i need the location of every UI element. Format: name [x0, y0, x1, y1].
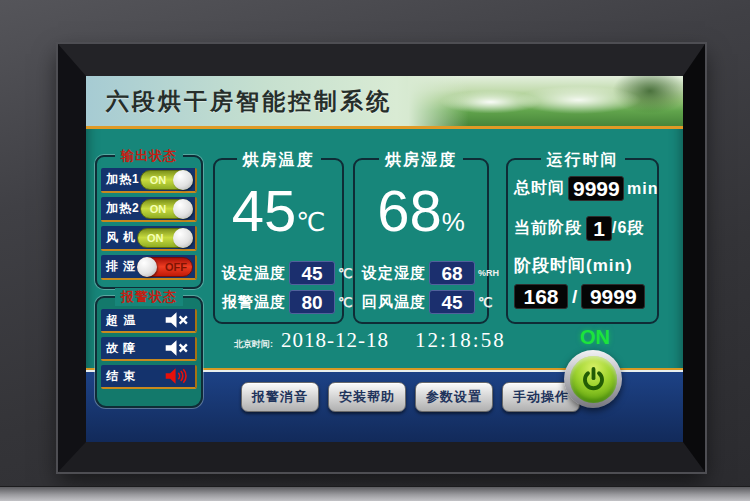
humidity-panel-title: 烘房湿度 [379, 150, 463, 171]
alarm-status-panel: 报警状态 超 温 故 障 [95, 296, 203, 408]
set-humidity-unit: %RH [478, 268, 499, 278]
toggle-off-icon[interactable]: OFF [137, 257, 193, 277]
alarm-status-title: 报警状态 [115, 288, 183, 306]
stage-time-values-row: 168 / 9999 [514, 284, 651, 309]
install-help-button[interactable]: 安装帮助 [328, 382, 406, 412]
alarm-temperature-row: 报警温度 80 ℃ [222, 290, 338, 314]
output-row-heater1: 加热1 ON [101, 168, 197, 193]
alarm-temperature-label: 报警温度 [222, 293, 286, 312]
output-row-heater2: 加热2 ON [101, 197, 197, 222]
toggle-knob [173, 170, 193, 190]
stage-time-label-row: 阶段时间(min) [514, 254, 651, 277]
stage-elapsed-value: 168 [514, 284, 568, 309]
alarm-temperature-value[interactable]: 80 [289, 290, 335, 314]
heater1-label: 加热1 [106, 171, 140, 188]
finished-label: 结 束 [106, 368, 136, 385]
power-icon [570, 356, 617, 403]
toggle-knob [173, 199, 193, 219]
fault-label: 故 障 [106, 340, 136, 357]
page-title: 六段烘干房智能控制系统 [106, 86, 392, 117]
toggle-on-icon[interactable]: ON [140, 199, 193, 219]
speaker-muted-icon [164, 339, 189, 357]
runtime-panel: 运行时间 总时间 9999 min 当前阶段 1 /6段 阶段时间(min) 1… [506, 158, 659, 324]
set-temperature-label: 设定温度 [222, 264, 286, 283]
temperature-value: 45 [232, 178, 297, 243]
alarm-mute-button[interactable]: 报警消音 [241, 382, 319, 412]
runtime-panel-title: 运行时间 [541, 150, 625, 171]
return-air-temp-label: 回风温度 [362, 293, 426, 312]
set-temperature-value[interactable]: 45 [289, 261, 335, 285]
set-humidity-label: 设定湿度 [362, 264, 426, 283]
output-status-title: 输出状态 [115, 147, 183, 165]
toggle-state-label: ON [147, 232, 164, 244]
fan-label: 风 机 [106, 229, 136, 246]
output-status-panel: 输出状态 加热1 ON 加热2 ON 风 机 [95, 155, 203, 289]
set-temperature-row: 设定温度 45 ℃ [222, 261, 338, 285]
total-time-label: 总时间 [514, 178, 565, 199]
current-stage-label: 当前阶段 [514, 218, 582, 239]
power-button[interactable] [564, 350, 622, 408]
return-air-temp-unit: ℃ [478, 295, 493, 310]
power-state-label: ON [570, 326, 620, 349]
alarm-temperature-unit: ℃ [338, 295, 353, 310]
total-time-row: 总时间 9999 min [514, 176, 651, 201]
header-divider [86, 126, 683, 129]
toggle-state-label: ON [150, 174, 167, 186]
clock-label: 北京时间: [234, 338, 273, 351]
dehumidify-label: 排 湿 [106, 258, 136, 275]
humidity-unit: % [442, 207, 465, 237]
set-temperature-unit: ℃ [338, 266, 353, 281]
parameter-settings-button[interactable]: 参数设置 [415, 382, 493, 412]
stage-time-slash: / [572, 286, 577, 308]
touchscreen: 六段烘干房智能控制系统 输出状态 加热1 ON 加热2 [86, 76, 683, 442]
set-humidity-value[interactable]: 68 [429, 261, 475, 285]
alarm-row-finished: 结 束 [101, 365, 197, 389]
clock-date: 2018-12-18 [281, 328, 389, 353]
stage-time-label: 阶段时间(min) [514, 254, 633, 277]
alarm-row-overtemp: 超 温 [101, 309, 197, 333]
temperature-unit: ℃ [296, 207, 325, 237]
total-time-value: 9999 [568, 176, 624, 201]
toggle-knob [173, 228, 193, 248]
total-time-unit: min [627, 180, 658, 198]
toggle-on-icon[interactable]: ON [137, 228, 193, 248]
clock-time: 12:18:58 [415, 328, 506, 353]
case-bottom-edge [0, 486, 750, 501]
temperature-reading: 45℃ [215, 182, 342, 240]
current-stage-row: 当前阶段 1 /6段 [514, 216, 651, 241]
temperature-panel: 烘房温度 45℃ 设定温度 45 ℃ 报警温度 80 ℃ [213, 158, 344, 324]
field-irrigation-image [408, 76, 683, 126]
overtemp-label: 超 温 [106, 312, 136, 329]
return-air-temp-row: 回风温度 45 ℃ [362, 290, 483, 314]
stage-total-value: 9999 [581, 284, 645, 309]
clock: 北京时间: 2018-12-18 12:18:58 [234, 328, 506, 353]
toggle-on-icon[interactable]: ON [140, 170, 193, 190]
heater2-label: 加热2 [106, 200, 140, 217]
return-air-temp-value[interactable]: 45 [429, 290, 475, 314]
set-humidity-row: 设定湿度 68 %RH [362, 261, 483, 285]
current-stage-value: 1 [586, 216, 612, 241]
output-row-fan: 风 机 ON [101, 226, 197, 251]
stage-count-suffix: /6段 [612, 218, 644, 239]
humidity-panel: 烘房湿度 68% 设定湿度 68 %RH 回风温度 45 ℃ [353, 158, 489, 324]
toggle-state-label: ON [150, 203, 167, 215]
screen-bezel: 六段烘干房智能控制系统 输出状态 加热1 ON 加热2 [58, 44, 705, 472]
speaker-sound-icon [164, 367, 189, 385]
hmi-device: 六段烘干房智能控制系统 输出状态 加热1 ON 加热2 [0, 0, 750, 501]
footer-button-row: 报警消音 安装帮助 参数设置 手动操作 [241, 382, 580, 412]
output-row-dehumidify: 排 湿 OFF [101, 255, 197, 280]
humidity-value: 68 [377, 178, 442, 243]
temperature-panel-title: 烘房温度 [237, 150, 321, 171]
toggle-state-label: OFF [165, 261, 187, 273]
humidity-reading: 68% [355, 182, 487, 240]
speaker-muted-icon [164, 311, 189, 329]
toggle-knob [137, 257, 157, 277]
alarm-row-fault: 故 障 [101, 337, 197, 361]
header-banner: 六段烘干房智能控制系统 [86, 76, 683, 126]
